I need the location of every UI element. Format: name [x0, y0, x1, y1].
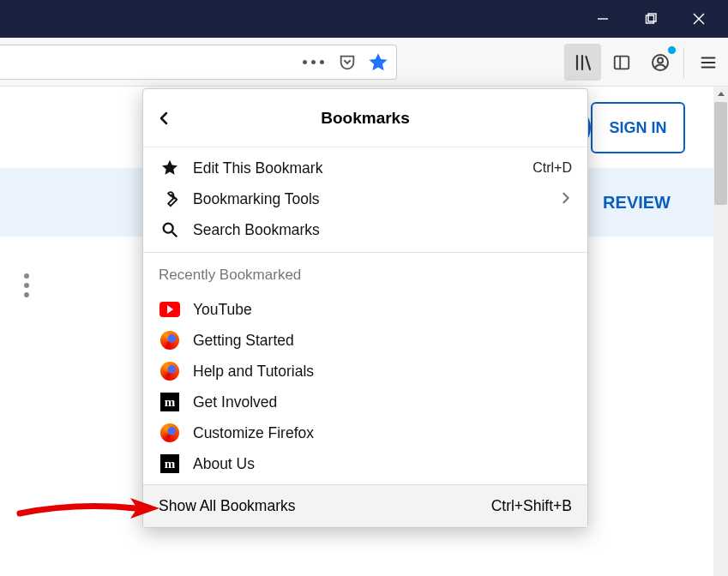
- toolbar-separator: [683, 47, 684, 78]
- window-titlebar: [0, 0, 728, 38]
- browser-toolbar: [0, 38, 728, 87]
- window-minimize-button[interactable]: [579, 0, 627, 38]
- panel-actions: Edit This Bookmark Ctrl+D Bookmarking To…: [143, 147, 587, 250]
- bookmark-label: Getting Started: [193, 332, 572, 350]
- mozilla-icon: m: [159, 454, 181, 473]
- app-menu-button[interactable]: [689, 44, 726, 81]
- menu-item-accelerator: Ctrl+D: [532, 160, 572, 176]
- more-options-icon[interactable]: [24, 273, 29, 297]
- bookmark-label: Get Involved: [193, 393, 572, 411]
- scroll-up-arrow[interactable]: [713, 87, 728, 102]
- search-bookmarks-item[interactable]: Search Bookmarks: [143, 214, 587, 245]
- sidebar-button[interactable]: [603, 44, 640, 81]
- svg-line-16: [172, 232, 177, 237]
- recently-bookmarked-label: Recently Bookmarked: [143, 255, 587, 289]
- chevron-right-icon: [560, 190, 572, 208]
- bookmark-item-about-us[interactable]: m About Us: [143, 448, 587, 479]
- vertical-scrollbar[interactable]: [713, 87, 728, 576]
- menu-item-label: Search Bookmarks: [193, 221, 572, 239]
- sign-in-button[interactable]: SIGN IN: [591, 102, 685, 153]
- svg-rect-8: [614, 56, 629, 69]
- panel-divider: [143, 252, 587, 253]
- review-tab-label: REVIEW: [603, 193, 671, 213]
- menu-item-accelerator: Ctrl+Shift+B: [491, 497, 572, 515]
- firefox-icon: [159, 423, 181, 442]
- svg-point-15: [164, 224, 173, 233]
- bookmark-label: YouTube: [193, 301, 572, 319]
- youtube-icon: [159, 302, 181, 317]
- menu-item-label: Bookmarking Tools: [193, 190, 548, 208]
- firefox-icon: [159, 362, 181, 381]
- window-maximize-button[interactable]: [627, 0, 675, 38]
- bookmark-item-getting-started[interactable]: Getting Started: [143, 325, 587, 356]
- window-controls: [579, 0, 723, 38]
- bookmark-item-youtube[interactable]: YouTube: [143, 294, 587, 325]
- star-icon: [159, 159, 181, 177]
- window-close-button[interactable]: [675, 0, 723, 38]
- bookmark-item-help[interactable]: Help and Tutorials: [143, 356, 587, 387]
- menu-item-label: Edit This Bookmark: [193, 159, 520, 177]
- svg-line-7: [586, 57, 590, 69]
- panel-header: Bookmarks: [143, 89, 587, 147]
- toolbar-right: [564, 38, 728, 87]
- panel-back-button[interactable]: [143, 111, 186, 125]
- library-button[interactable]: [564, 44, 601, 81]
- url-bar[interactable]: [0, 45, 397, 80]
- panel-title: Bookmarks: [186, 109, 544, 128]
- search-icon: [159, 220, 181, 239]
- bookmarking-tools-item[interactable]: Bookmarking Tools: [143, 183, 587, 214]
- wrench-icon: [159, 189, 181, 208]
- menu-item-label: Show All Bookmarks: [159, 497, 491, 515]
- recently-bookmarked-list: YouTube Getting Started Help and Tutoria…: [143, 289, 587, 484]
- bookmark-star-icon[interactable]: [367, 51, 389, 74]
- bookmark-label: About Us: [193, 455, 572, 473]
- pocket-icon[interactable]: [338, 53, 357, 72]
- bookmarks-panel: Bookmarks Edit This Bookmark Ctrl+D Book…: [142, 88, 588, 528]
- bookmark-item-get-involved[interactable]: m Get Involved: [143, 387, 587, 417]
- bookmark-label: Customize Firefox: [193, 424, 572, 442]
- bookmark-item-customize[interactable]: Customize Firefox: [143, 417, 587, 448]
- account-button[interactable]: [641, 44, 678, 81]
- firefox-icon: [159, 331, 181, 350]
- page-actions-icon[interactable]: [303, 60, 324, 64]
- mozilla-icon: m: [159, 393, 181, 411]
- edit-bookmark-item[interactable]: Edit This Bookmark Ctrl+D: [143, 153, 587, 183]
- show-all-bookmarks-item[interactable]: Show All Bookmarks Ctrl+Shift+B: [143, 484, 587, 527]
- bookmark-label: Help and Tutorials: [193, 363, 572, 381]
- scroll-thumb[interactable]: [714, 102, 727, 205]
- svg-point-11: [658, 57, 663, 63]
